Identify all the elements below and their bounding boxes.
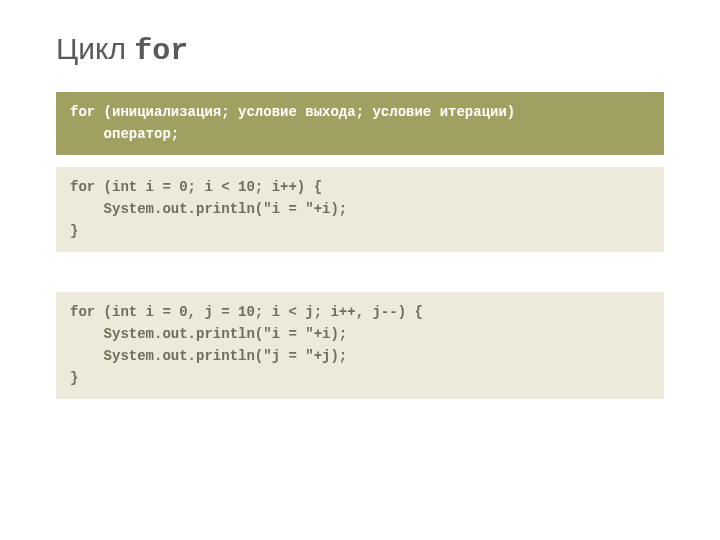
title-word: Цикл <box>56 32 134 65</box>
code-example-2: for (int i = 0, j = 10; i < j; i++, j--)… <box>56 292 664 399</box>
spacer <box>56 264 664 292</box>
title-keyword: for <box>134 34 188 68</box>
code-syntax-box: for (инициализация; условие выхода; усло… <box>56 92 664 155</box>
slide-title: Цикл for <box>56 32 664 68</box>
code-example-1: for (int i = 0; i < 10; i++) { System.ou… <box>56 167 664 252</box>
slide: Цикл for for (инициализация; условие вых… <box>0 0 720 540</box>
